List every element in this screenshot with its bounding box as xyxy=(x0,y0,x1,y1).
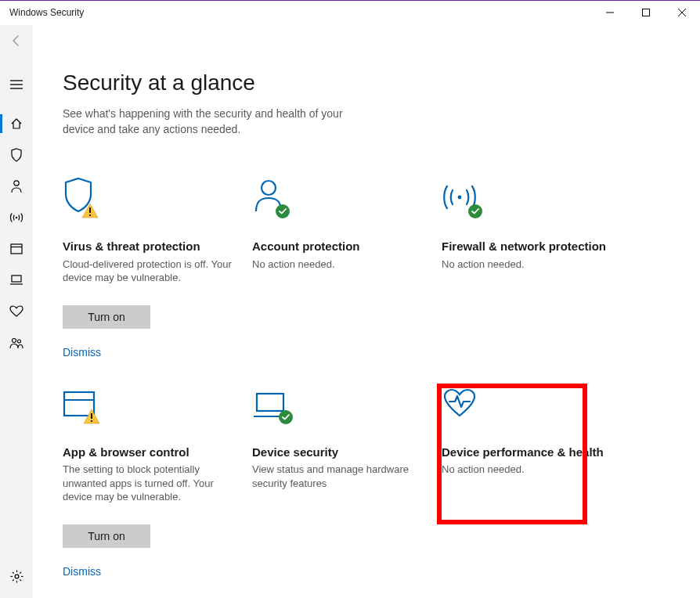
titlebar: Windows Security xyxy=(0,0,700,25)
nav-device-security[interactable] xyxy=(0,265,33,296)
window-controls xyxy=(592,0,700,25)
tile-title: Device security xyxy=(252,445,426,460)
dismiss-link[interactable]: Dismiss xyxy=(63,346,101,358)
svg-line-21 xyxy=(20,572,21,574)
nav-menu[interactable] xyxy=(0,69,33,100)
svg-rect-1 xyxy=(643,9,650,16)
tile-title: App & browser control xyxy=(63,445,236,460)
page-subtitle: See what's happening with the security a… xyxy=(63,106,360,137)
tile-title: Account protection xyxy=(252,239,426,254)
minimize-button[interactable] xyxy=(592,0,628,25)
tile-desc: The setting to block potentially unwante… xyxy=(63,463,236,504)
people-icon xyxy=(9,337,23,349)
svg-line-19 xyxy=(13,572,14,574)
nav-rail xyxy=(0,25,33,598)
broadcast-icon xyxy=(9,211,23,224)
close-button[interactable] xyxy=(664,0,700,25)
check-badge-icon xyxy=(276,204,290,218)
svg-rect-11 xyxy=(12,276,21,282)
shield-warning-icon xyxy=(63,177,94,215)
window-title: Windows Security xyxy=(9,7,84,18)
window-warning-icon xyxy=(63,391,96,421)
tile-title: Device performance & health xyxy=(442,445,615,460)
tile-firewall[interactable]: Firewall & network protection No action … xyxy=(442,178,615,358)
laptop-ok-icon xyxy=(252,392,288,421)
tile-desc: No action needed. xyxy=(252,258,426,272)
maximize-button[interactable] xyxy=(628,0,664,25)
svg-point-8 xyxy=(16,217,17,218)
svg-point-12 xyxy=(13,339,16,343)
tile-desc: No action needed. xyxy=(442,258,615,272)
turn-on-button[interactable]: Turn on xyxy=(63,524,150,548)
nav-home[interactable] xyxy=(0,108,33,139)
nav-device-health[interactable] xyxy=(0,296,33,327)
laptop-icon xyxy=(9,275,23,286)
svg-line-22 xyxy=(13,579,14,581)
svg-rect-9 xyxy=(11,244,22,254)
svg-point-14 xyxy=(15,575,19,578)
person-ok-icon xyxy=(252,178,285,215)
nav-back[interactable] xyxy=(0,25,33,56)
window-icon xyxy=(10,243,23,254)
svg-point-24 xyxy=(89,214,91,216)
svg-point-26 xyxy=(458,196,462,200)
nav-account[interactable] xyxy=(0,171,33,202)
hamburger-icon xyxy=(10,80,23,89)
svg-rect-31 xyxy=(257,394,283,411)
tiles-grid: Virus & threat protection Cloud-delivere… xyxy=(63,178,700,578)
tile-desc: Cloud-delivered protection is off. Your … xyxy=(63,258,236,285)
back-icon xyxy=(10,34,23,47)
tile-app-browser[interactable]: App & browser control The setting to blo… xyxy=(63,384,236,578)
settings-icon xyxy=(10,570,23,583)
heart-pulse-icon xyxy=(442,387,478,421)
svg-point-30 xyxy=(91,420,92,422)
tile-device-health[interactable]: Device performance & health No action ne… xyxy=(442,384,615,578)
heart-icon xyxy=(9,305,23,318)
svg-line-20 xyxy=(20,579,21,581)
page-title: Security at a glance xyxy=(63,70,700,95)
check-badge-icon xyxy=(468,204,482,218)
tile-account-protection[interactable]: Account protection No action needed. xyxy=(252,178,426,358)
nav-settings[interactable] xyxy=(0,560,33,592)
tile-device-security[interactable]: Device security View status and manage h… xyxy=(252,384,426,578)
check-badge-icon xyxy=(279,410,293,424)
nav-firewall[interactable] xyxy=(0,202,33,233)
home-icon xyxy=(10,117,23,130)
tile-desc: No action needed. xyxy=(442,463,615,477)
tile-virus-threat[interactable]: Virus & threat protection Cloud-delivere… xyxy=(63,178,236,358)
tile-title: Firewall & network protection xyxy=(442,239,615,254)
shield-icon xyxy=(10,148,23,162)
tile-desc: View status and manage hardware security… xyxy=(252,463,426,490)
svg-point-13 xyxy=(18,340,21,343)
nav-app-browser[interactable] xyxy=(0,233,33,265)
person-icon xyxy=(10,179,23,193)
tile-title: Virus & threat protection xyxy=(63,239,236,254)
dismiss-link[interactable]: Dismiss xyxy=(63,565,101,578)
main-content: Security at a glance See what's happenin… xyxy=(33,25,700,598)
turn-on-button[interactable]: Turn on xyxy=(63,305,150,329)
svg-point-7 xyxy=(14,181,19,186)
svg-point-25 xyxy=(262,181,276,195)
nav-family[interactable] xyxy=(0,327,33,358)
broadcast-ok-icon xyxy=(442,182,478,215)
nav-virus[interactable] xyxy=(0,139,33,171)
